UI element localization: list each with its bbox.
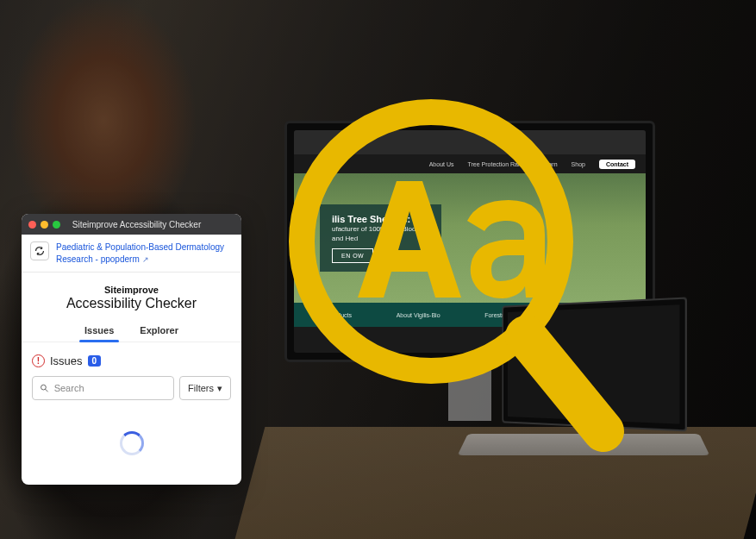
nav-contact-button: Contact	[599, 160, 635, 169]
hero-text-box: ilis Tree Shelters: ufacturer of 100% So…	[320, 204, 441, 272]
refresh-button[interactable]	[30, 241, 49, 260]
current-page-row: Paediatric & Population-Based Dermatolog…	[22, 235, 241, 273]
browser-tab-bar	[294, 130, 646, 154]
zoom-window-button[interactable]	[53, 221, 60, 229]
laptop-keyboard	[458, 434, 710, 455]
issues-label: Issues	[50, 354, 83, 367]
search-filter-row: Filters ▾	[22, 376, 241, 407]
accessibility-checker-panel: Siteimprove Accessibility Checker Paedia…	[22, 214, 241, 485]
loading-area	[22, 407, 241, 485]
hero-cta-button: EN OW	[332, 248, 373, 263]
window-title: Siteimprove Accessibility Checker	[65, 220, 209, 229]
site-tab-1: Our Products	[316, 312, 352, 318]
refresh-icon	[34, 246, 45, 256]
nav-about: About Us	[429, 161, 454, 167]
hero-subtitle-1: ufacturer of 100% Soil-Biodegra	[332, 225, 429, 234]
panel-tabs: Issues Explorer	[22, 320, 241, 342]
search-input[interactable]	[54, 383, 166, 393]
hero: ilis Tree Shelters: ufacturer of 100% So…	[294, 173, 646, 303]
brand-heading: Siteimprove Accessibility Checker	[22, 273, 241, 320]
laptop-screen	[503, 297, 687, 431]
laptop	[463, 302, 704, 466]
filters-label: Filters	[188, 383, 214, 393]
hero-title: ilis Tree Shelters:	[332, 213, 429, 225]
search-box[interactable]	[32, 376, 174, 400]
nav-learn: Learn	[542, 161, 558, 167]
current-page-link-text: Paediatric & Population-Based Dermatolog…	[56, 242, 224, 264]
hero-subtitle-2: and Hed	[332, 235, 429, 243]
laptop-code-editor	[508, 304, 679, 423]
external-link-icon: ↗	[142, 255, 149, 264]
site-tab-2: About Vigilis-Bio	[397, 312, 440, 318]
svg-line-3	[46, 389, 48, 392]
nav-shop: Shop	[572, 161, 585, 167]
tab-issues[interactable]: Issues	[83, 320, 116, 342]
tab-explorer[interactable]: Explorer	[138, 320, 180, 342]
site-nav: About Us Tree Protection Range Learn Sho…	[294, 154, 646, 173]
filters-button[interactable]: Filters ▾	[179, 376, 231, 400]
issues-count-badge: 0	[88, 355, 102, 367]
loading-spinner-icon	[120, 431, 144, 455]
product-name: Accessibility Checker	[22, 296, 241, 311]
window-titlebar: Siteimprove Accessibility Checker	[22, 214, 241, 235]
alert-icon: !	[32, 354, 45, 367]
chevron-down-icon: ▾	[217, 383, 222, 394]
brand-name: Siteimprove	[22, 285, 241, 295]
minimize-window-button[interactable]	[41, 221, 48, 229]
search-icon	[40, 383, 49, 393]
nav-range: Tree Protection Range	[468, 161, 528, 167]
issues-header: ! Issues 0	[22, 342, 241, 376]
close-window-button[interactable]	[28, 221, 36, 229]
current-page-link[interactable]: Paediatric & Population-Based Dermatolog…	[56, 241, 233, 265]
